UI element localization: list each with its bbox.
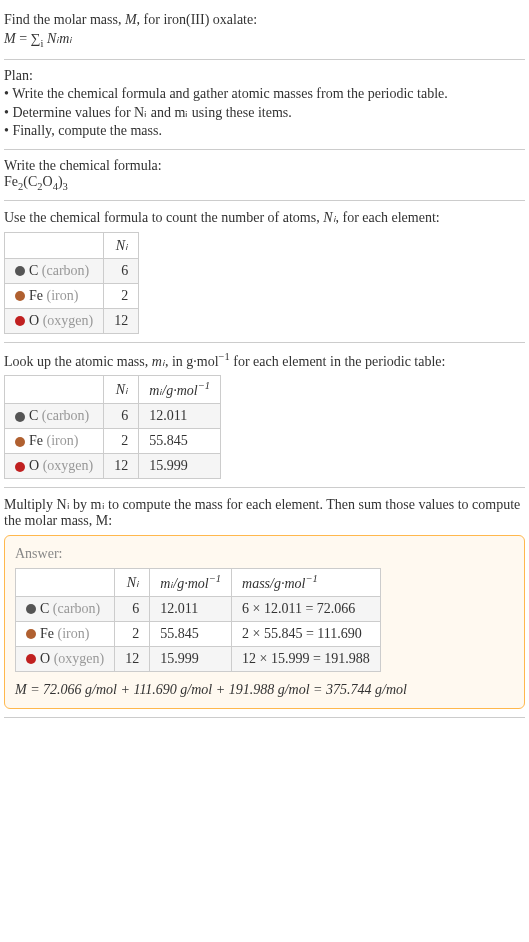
n-value: 12 [104,453,139,478]
plan-item-1: • Write the chemical formula and gather … [4,86,525,102]
element-symbol: C [40,601,49,616]
element-cell: O (oxygen) [5,453,104,478]
mass-header: mass/g·mol−1 [232,568,381,596]
n-header: Nᵢ [104,232,139,258]
table-row: C (carbon) 6 12.011 6 × 12.011 = 72.066 [16,596,381,621]
element-symbol: O [29,458,39,473]
intro-prefix: Find the molar mass, [4,12,125,27]
intro-equation: M = ∑i Nᵢmᵢ [4,30,525,49]
element-cell: C (carbon) [5,258,104,283]
intro-line: Find the molar mass, M, for iron(III) ox… [4,12,525,28]
element-symbol: C [29,408,38,423]
plan-item-3: • Finally, compute the mass. [4,123,525,139]
element-cell: Fe (iron) [5,283,104,308]
element-cell: O (oxygen) [16,646,115,671]
table-row: C (carbon) 6 [5,258,139,283]
element-name: (carbon) [42,408,89,423]
table-row: Fe (iron) 2 [5,283,139,308]
blank-header [5,232,104,258]
element-symbol: Fe [29,433,43,448]
table-header-row: Nᵢ mᵢ/g·mol−1 mass/g·mol−1 [16,568,381,596]
n-value: 12 [115,646,150,671]
oxygen-swatch-icon [15,316,25,326]
masses-heading-suffix: for each element in the periodic table: [230,353,446,368]
masses-heading: Look up the atomic mass, mᵢ, in g·mol−1 … [4,351,525,370]
n-value: 2 [104,428,139,453]
table-row: C (carbon) 6 12.011 [5,403,221,428]
n-value: 2 [115,621,150,646]
m-value: 12.011 [150,596,232,621]
table-header-row: Nᵢ [5,232,139,258]
masses-heading-prefix: Look up the atomic mass, [4,353,152,368]
element-cell: Fe (iron) [5,428,104,453]
count-section: Use the chemical formula to count the nu… [4,201,525,343]
mass-header-sup: −1 [305,573,317,584]
answer-equation: M = 72.066 g/mol + 111.690 g/mol + 191.9… [15,682,514,698]
m-value: 55.845 [139,428,221,453]
mass-value: 2 × 55.845 = 111.690 [232,621,381,646]
element-symbol: O [40,651,50,666]
element-symbol: O [29,313,39,328]
iron-swatch-icon [15,437,25,447]
carbon-swatch-icon [15,412,25,422]
n-value: 2 [104,283,139,308]
plan-item-2: • Determine values for Nᵢ and mᵢ using t… [4,104,525,121]
masses-section: Look up the atomic mass, mᵢ, in g·mol−1 … [4,343,525,488]
element-name: (oxygen) [43,313,94,328]
element-name: (iron) [58,626,90,641]
count-heading-var: Nᵢ [323,210,335,225]
c-sym: (C [23,174,37,189]
count-table: Nᵢ C (carbon) 6 Fe (iron) 2 O (oxygen) 1… [4,232,139,334]
element-name: (carbon) [42,263,89,278]
element-name: (iron) [47,288,79,303]
eq-tail: Nᵢmᵢ [43,31,72,46]
m-header-sup: −1 [209,573,221,584]
masses-heading-sup: −1 [219,351,230,362]
carbon-swatch-icon [15,266,25,276]
m-value: 55.845 [150,621,232,646]
formula-heading: Write the chemical formula: [4,158,525,174]
element-symbol: Fe [29,288,43,303]
mass-header-prefix: mass/g·mol [242,576,305,591]
m-header: mᵢ/g·mol−1 [150,568,232,596]
table-row: Fe (iron) 2 55.845 [5,428,221,453]
mass-value: 12 × 15.999 = 191.988 [232,646,381,671]
carbon-swatch-icon [26,604,36,614]
o-sym: O [43,174,53,189]
blank-header [16,568,115,596]
masses-table: Nᵢ mᵢ/g·mol−1 C (carbon) 6 12.011 Fe (ir… [4,375,221,479]
answer-label: Answer: [15,546,514,562]
n-header: Nᵢ [104,376,139,404]
m-header: mᵢ/g·mol−1 [139,376,221,404]
fe-sym: Fe [4,174,18,189]
table-header-row: Nᵢ mᵢ/g·mol−1 [5,376,221,404]
element-name: (carbon) [53,601,100,616]
element-cell: C (carbon) [5,403,104,428]
n-value: 6 [104,258,139,283]
intro-var: M [125,12,137,27]
table-row: O (oxygen) 12 15.999 12 × 15.999 = 191.9… [16,646,381,671]
plan-section: Plan: • Write the chemical formula and g… [4,60,525,150]
element-cell: C (carbon) [16,596,115,621]
m-value: 12.011 [139,403,221,428]
oxygen-swatch-icon [26,654,36,664]
element-name: (oxygen) [43,458,94,473]
count-heading: Use the chemical formula to count the nu… [4,209,525,226]
masses-heading-mid: , in g·mol [165,353,219,368]
table-row: Fe (iron) 2 55.845 2 × 55.845 = 111.690 [16,621,381,646]
count-heading-suffix: , for each element: [336,210,440,225]
intro-suffix: , for iron(III) oxalate: [137,12,258,27]
n-value: 6 [104,403,139,428]
blank-header [5,376,104,404]
iron-swatch-icon [15,291,25,301]
mass-value: 6 × 12.011 = 72.066 [232,596,381,621]
element-cell: Fe (iron) [16,621,115,646]
table-row: O (oxygen) 12 15.999 [5,453,221,478]
m-header-sup: −1 [198,380,210,391]
m-header-prefix: mᵢ/g·mol [160,576,209,591]
answer-box: Answer: Nᵢ mᵢ/g·mol−1 mass/g·mol−1 C (ca… [4,535,525,709]
group-sub: 3 [63,181,68,192]
plan-heading: Plan: [4,68,525,84]
eq-rhs: = ∑ [16,31,41,46]
masses-heading-var: mᵢ [152,353,165,368]
